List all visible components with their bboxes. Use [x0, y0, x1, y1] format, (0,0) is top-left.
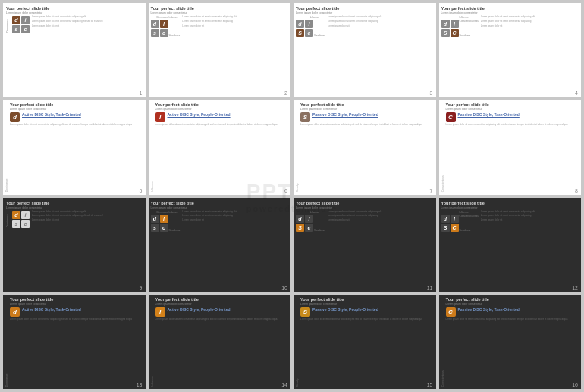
- slide-cell-10[interactable]: Your perfect slide title Lorem ipsum dol…: [149, 198, 291, 292]
- disc-cell-c: c: [305, 29, 313, 37]
- slide-title: Your perfect slide title: [441, 6, 579, 11]
- slide-inner: Your perfect slide title Lorem ipsum dol…: [3, 198, 146, 292]
- disc-cell-d: d: [296, 20, 304, 28]
- slide-inner: Your perfect slide title Lorem ipsum dol…: [439, 198, 582, 292]
- slide-cell-4[interactable]: Your perfect slide title Lorem ipsum dol…: [439, 3, 582, 97]
- slide-subtitle: Lorem ipsum dolor consectetur: [155, 108, 289, 111]
- slide-body-text: Lorem ipsum dolor sit amet consectetur a…: [446, 318, 579, 321]
- slide-title: Your perfect slide title: [300, 297, 434, 302]
- disc-single-icon: C: [446, 112, 456, 122]
- disc-cell-i: I: [451, 215, 459, 223]
- disc-cell-c: C: [451, 29, 459, 37]
- disc-cell-d: d: [151, 20, 159, 28]
- body-text: Lorem ipsum dolor sit amet consectetur a…: [32, 211, 143, 214]
- slide-number-13: 13: [137, 382, 143, 387]
- slide-body-text: Lorem ipsum dolor sit amet consectetur a…: [446, 124, 579, 127]
- slide-inner: Dominance Your perfect slide title Lorem…: [3, 295, 146, 389]
- disc-cell-s: s: [12, 220, 20, 228]
- disc-cell-s: S: [441, 29, 450, 37]
- slide-cell-3[interactable]: Your perfect slide title Lorem ipsum dol…: [294, 3, 436, 97]
- slide-cell-16[interactable]: Conscientious Your perfect slide title L…: [439, 295, 582, 389]
- slide-inner: Influence Your perfect slide title Lorem…: [149, 295, 291, 389]
- disc-cell-d: d: [12, 211, 20, 219]
- slide-cell-11[interactable]: Your perfect slide title Lorem ipsum dol…: [294, 198, 436, 292]
- slide-link-title: Active DISC Style, Task-Oriented: [22, 307, 143, 312]
- disc-single-icon: S: [300, 307, 310, 317]
- slide-number-5: 5: [140, 188, 143, 193]
- side-label: Influence: [151, 102, 154, 192]
- slide-cell-1[interactable]: Your perfect slide title Lorem ipsum dol…: [3, 3, 146, 97]
- slide-cell-12[interactable]: Your perfect slide title Lorem ipsum dol…: [439, 198, 582, 292]
- slide-subtitle: Lorem ipsum dolor consectetur: [10, 108, 143, 111]
- slide-number-10: 10: [281, 285, 287, 290]
- disc-single-icon: C: [446, 307, 456, 317]
- disc-cell-i: I: [160, 215, 168, 223]
- slide-inner: Your perfect slide title Lorem ipsum dol…: [149, 3, 291, 97]
- slide-inner: Your perfect slide title Lorem ipsum dol…: [439, 3, 582, 97]
- slide-inner: Influence Your perfect slide title Lorem…: [149, 100, 291, 194]
- slide-title: Your perfect slide title: [296, 201, 434, 205]
- slide-subtitle: Lorem ipsum dolor consectetur: [441, 206, 579, 209]
- disc-cell-s: S: [441, 224, 450, 232]
- slide-title: Your perfect slide title: [6, 201, 143, 205]
- slide-subtitle: Lorem ipsum dolor consectetur: [6, 11, 143, 14]
- slide-cell-6[interactable]: Influence Your perfect slide title Lorem…: [149, 100, 291, 194]
- slide-subtitle: Lorem ipsum dolor consectetur: [151, 11, 289, 14]
- slide-cell-9[interactable]: Your perfect slide title Lorem ipsum dol…: [3, 198, 146, 292]
- slide-subtitle: Lorem ipsum dolor consectetur: [296, 11, 434, 14]
- disc-cell-d: d: [441, 20, 450, 28]
- slide-number-11: 11: [427, 285, 433, 290]
- disc-cell-d: d: [151, 215, 159, 223]
- side-label: Conscientious: [441, 297, 444, 387]
- slide-subtitle: Lorem ipsum dolor consectetur: [446, 303, 579, 306]
- disc-cell-s: s: [151, 29, 159, 37]
- slide-subtitle: Lorem ipsum dolor consectetur: [296, 206, 434, 209]
- slide-body-text: Lorem ipsum dolor sit amet consectetur a…: [10, 124, 143, 127]
- disc-cell-i: i: [21, 211, 30, 219]
- slide-subtitle: Lorem ipsum dolor consectetur: [300, 303, 434, 306]
- slide-grid: Your perfect slide title Lorem ipsum dol…: [0, 0, 584, 392]
- slide-title: Your perfect slide title: [6, 6, 143, 11]
- side-label: Influence: [151, 297, 154, 387]
- disc-cell-i: I: [305, 20, 313, 28]
- slide-cell-14[interactable]: Influence Your perfect slide title Lorem…: [149, 295, 291, 389]
- slide-number-1: 1: [140, 90, 143, 96]
- slide-title: Your perfect slide title: [10, 297, 143, 302]
- dominance-label: Dominance: [6, 211, 9, 227]
- slide-number-7: 7: [430, 188, 433, 193]
- slide-number-16: 16: [572, 382, 578, 387]
- disc-cell-i: I: [160, 20, 168, 28]
- disc-cell-i: i: [21, 16, 30, 24]
- disc-cell-s: s: [151, 224, 159, 232]
- slide-subtitle: Lorem ipsum dolor consectetur: [155, 303, 289, 306]
- slide-title: Your perfect slide title: [441, 201, 579, 205]
- slide-number-3: 3: [430, 90, 433, 96]
- slide-inner: Steady Your perfect slide title Lorem ip…: [294, 295, 436, 389]
- slide-body-text: Lorem ipsum dolor sit amet consectetur a…: [155, 124, 289, 127]
- disc-cell-d: d: [12, 16, 20, 24]
- slide-link-title: Active DISC Style, Task-Oriented: [22, 112, 143, 118]
- disc-single-icon: S: [300, 112, 310, 122]
- slide-inner: Conscientious Your perfect slide title L…: [439, 295, 582, 389]
- slide-inner: Conscientious Your perfect slide title L…: [439, 100, 582, 194]
- disc-cell-c: c: [160, 29, 168, 37]
- slide-body-text: Lorem ipsum dolor sit amet consectetur a…: [10, 318, 143, 321]
- slide-cell-2[interactable]: Your perfect slide title Lorem ipsum dol…: [149, 3, 291, 97]
- disc-cell-s: S: [296, 29, 304, 37]
- disc-cell-c: c: [21, 25, 30, 33]
- slide-link-title: Passive DISC Style, Task-Oriented: [458, 307, 579, 312]
- slide-cell-5[interactable]: Dominance Your perfect slide title Lorem…: [3, 100, 146, 194]
- slide-inner: Your perfect slide title Lorem ipsum dol…: [294, 198, 436, 292]
- dominance-label: Dominance: [6, 16, 9, 33]
- slide-cell-15[interactable]: Steady Your perfect slide title Lorem ip…: [294, 295, 436, 389]
- slide-cell-7[interactable]: Steady Your perfect slide title Lorem ip…: [294, 100, 436, 194]
- slide-subtitle: Lorem ipsum dolor consectetur: [10, 303, 143, 306]
- slide-cell-13[interactable]: Dominance Your perfect slide title Lorem…: [3, 295, 146, 389]
- slide-title: Your perfect slide title: [296, 6, 434, 11]
- slide-number-2: 2: [284, 90, 287, 96]
- slide-link-title: Active DISC Style, People-Oriented: [168, 307, 289, 312]
- slide-inner: Your perfect slide title Lorem ipsum dol…: [149, 198, 291, 292]
- slide-cell-8[interactable]: Conscientious Your perfect slide title L…: [439, 100, 582, 194]
- slide-link-title: Passive DISC Style, Task-Oriented: [458, 112, 579, 118]
- slide-number-15: 15: [427, 382, 433, 387]
